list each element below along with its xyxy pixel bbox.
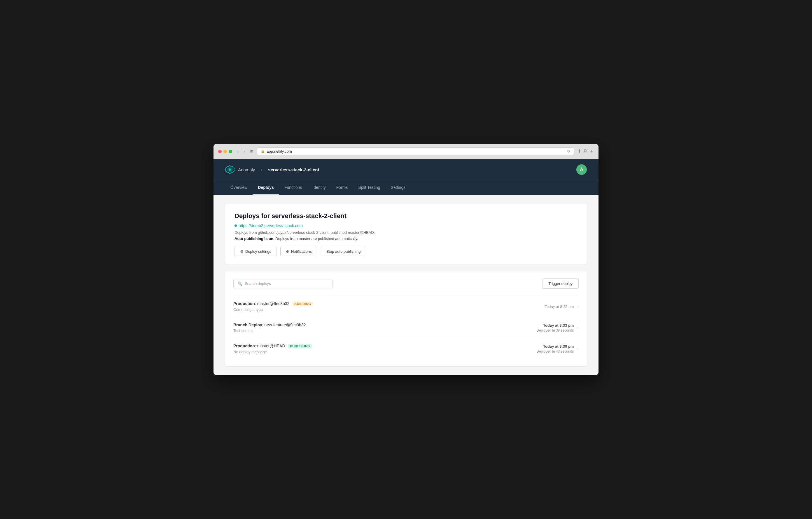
chevron-right-icon: › [577, 325, 579, 330]
search-deploys-input[interactable]: 🔍 Search deploys [233, 279, 332, 289]
table-row[interactable]: Production: master@HEAD PUBLISHED No dep… [233, 338, 579, 359]
site-url-link[interactable]: https://demo2.serverless-stack.com [234, 223, 578, 228]
trigger-deploy-button[interactable]: Trigger deploy [542, 278, 579, 289]
app-container: Anomaly › serverless-stack-2-client A Ov… [213, 159, 599, 375]
deploy-right: Today at 8:33 pm Deployed in 39 seconds … [536, 323, 579, 332]
chevron-right-icon: › [577, 347, 579, 351]
deploy-ref: new-feature@9ec3b32 [265, 323, 306, 327]
window-icon[interactable]: ⧉ [584, 148, 587, 155]
deploy-message: No deploy message [233, 350, 312, 354]
source-text: Deploys from github.com/jayair/serverles… [234, 230, 578, 235]
table-row[interactable]: Branch Deploy: new-feature@9ec3b32 Test … [233, 317, 579, 338]
nav-item-functions[interactable]: Functions [279, 181, 308, 195]
netlify-logo [225, 165, 234, 174]
deploy-duration: Deployed in 39 seconds [536, 328, 574, 332]
deploy-title: Branch Deploy: new-feature@9ec3b32 [233, 323, 306, 327]
site-url-dot [234, 224, 237, 227]
nav-item-forms[interactable]: Forms [331, 181, 353, 195]
table-row[interactable]: Production: master@9ec3b32 BUILDING Comm… [233, 296, 579, 317]
stop-auto-publishing-button[interactable]: Stop auto publishing [321, 247, 366, 256]
search-icon: 🔍 [238, 281, 242, 286]
main-content: Deploys for serverless-stack-2-client ht… [213, 195, 599, 375]
share-icon[interactable]: ⬆ [578, 148, 581, 155]
top-nav: Anomaly › serverless-stack-2-client A [213, 159, 599, 181]
deploy-message: Test commit [233, 328, 306, 333]
brand-name[interactable]: Anomaly [238, 167, 255, 172]
deploy-message: Commiting a typo [233, 307, 313, 312]
new-tab-icon[interactable]: ＋ [589, 148, 594, 155]
url-text: app.netlify.com [267, 149, 292, 154]
secondary-nav: Overview Deploys Functions Identity Form… [213, 181, 599, 195]
lock-icon: 🔒 [261, 149, 265, 153]
action-buttons: ⚙ Deploy settings ⚙ Notifications Stop a… [234, 247, 578, 256]
gear-icon-1: ⚙ [240, 249, 243, 254]
nav-item-identity[interactable]: Identity [308, 181, 331, 195]
deploy-time: Today at 8:30 pm [536, 344, 574, 349]
status-badge: BUILDING [292, 302, 313, 306]
brand: Anomaly › serverless-stack-2-client [225, 159, 319, 180]
browser-window: ‹ › ⊞ 🔒 app.netlify.com ↻ ⬆ ⧉ ＋ A [213, 144, 599, 375]
deploy-right: Today at 8:35 pm › [545, 304, 579, 309]
brand-separator: › [261, 167, 262, 172]
deploy-settings-label: Deploy settings [245, 249, 271, 254]
back-button[interactable]: ‹ [236, 148, 241, 155]
deploy-ref: master@HEAD [257, 344, 285, 348]
gear-icon-2: ⚙ [286, 249, 289, 254]
nav-item-split-testing[interactable]: Split Testing [353, 181, 385, 195]
deploy-type: Production [233, 301, 255, 306]
avatar[interactable]: A [576, 164, 587, 175]
deploy-title: Production: master@9ec3b32 BUILDING [233, 301, 313, 306]
deploy-right: Today at 8:30 pm Deployed in 43 seconds … [536, 344, 579, 354]
deploy-info-card: Deploys for serverless-stack-2-client ht… [225, 204, 587, 265]
deploy-left: Branch Deploy: new-feature@9ec3b32 Test … [233, 323, 306, 333]
browser-actions: ⬆ ⧉ ＋ [578, 148, 594, 155]
stop-auto-label: Stop auto publishing [326, 249, 361, 254]
auto-publish-bold: Auto publishing is on [234, 237, 273, 241]
status-badge: PUBLISHED [288, 344, 312, 349]
deploy-title: Production: master@HEAD PUBLISHED [233, 344, 312, 349]
deploys-header: 🔍 Search deploys Trigger deploy [233, 278, 579, 289]
close-button[interactable] [218, 150, 222, 153]
deploy-type: Branch Deploy [233, 323, 262, 327]
deploys-list-card: 🔍 Search deploys Trigger deploy Producti… [225, 271, 587, 366]
search-placeholder: Search deploys [245, 281, 271, 286]
site-name[interactable]: serverless-stack-2-client [268, 167, 319, 172]
auto-publish-text: Auto publishing is on. Deploys from mast… [234, 237, 578, 241]
nav-buttons: ‹ › [236, 148, 246, 155]
card-title: Deploys for serverless-stack-2-client [234, 212, 578, 220]
nav-item-settings[interactable]: Settings [385, 181, 411, 195]
deploy-time: Today at 8:33 pm [536, 323, 574, 328]
fullscreen-button[interactable] [229, 150, 232, 153]
deploy-duration: Deployed in 43 seconds [536, 349, 574, 354]
notifications-label: Notifications [291, 249, 312, 254]
deploy-time: Today at 8:35 pm [545, 304, 574, 309]
auto-publish-rest: . Deploys from master are published auto… [273, 237, 358, 241]
deploy-type: Production [233, 344, 255, 348]
minimize-button[interactable] [224, 150, 227, 153]
deploy-left: Production: master@9ec3b32 BUILDING Comm… [233, 301, 313, 312]
reload-icon[interactable]: ↻ [567, 149, 570, 154]
nav-item-deploys[interactable]: Deploys [253, 181, 279, 195]
chevron-right-icon: › [577, 304, 579, 309]
traffic-lights [218, 150, 232, 153]
nav-item-overview[interactable]: Overview [225, 181, 253, 195]
deploy-ref: master@9ec3b32 [257, 301, 290, 306]
svg-point-2 [229, 168, 231, 171]
notifications-button[interactable]: ⚙ Notifications [280, 247, 317, 256]
browser-chrome: ‹ › ⊞ 🔒 app.netlify.com ↻ ⬆ ⧉ ＋ [213, 144, 599, 159]
url-bar[interactable]: 🔒 app.netlify.com ↻ [257, 147, 574, 155]
forward-button[interactable]: › [242, 148, 247, 155]
deploy-settings-button[interactable]: ⚙ Deploy settings [234, 247, 277, 256]
deploy-left: Production: master@HEAD PUBLISHED No dep… [233, 344, 312, 354]
tab-icon: ⊞ [250, 149, 254, 154]
site-url-text: https://demo2.serverless-stack.com [239, 223, 303, 228]
